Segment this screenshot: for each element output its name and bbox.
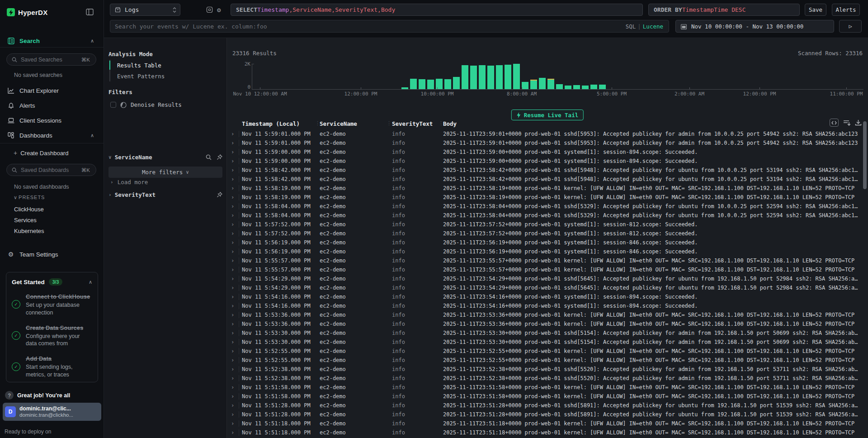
saved-searches-input[interactable]: Saved Searches ⌘K	[6, 53, 96, 66]
histogram-bar[interactable]	[556, 84, 563, 89]
column-header-body[interactable]: Body	[443, 120, 457, 127]
sidebar-item-client-sessions[interactable]: Client Sessions	[0, 114, 104, 127]
table-row[interactable]: ›Nov 11 5:51:28.000 PMec2-demoinfo2025-1…	[227, 410, 868, 419]
table-row[interactable]: ›Nov 11 5:51:58.000 PMec2-demoinfo2025-1…	[227, 383, 868, 392]
expand-row-icon[interactable]: ›	[231, 194, 234, 200]
get-started-step[interactable]: ✓ Connect to ClickHouseSet up your datab…	[12, 292, 92, 317]
expand-row-icon[interactable]: ›	[231, 131, 234, 137]
expand-row-icon[interactable]: ›	[231, 267, 234, 273]
expand-row-icon[interactable]: ›	[231, 339, 234, 345]
histogram-bar[interactable]	[419, 79, 425, 89]
preset-item-kubernetes[interactable]: Kubernetes	[14, 228, 44, 234]
histogram-bar[interactable]	[479, 65, 486, 89]
table-row[interactable]: ›Nov 11 5:52:55.000 PMec2-demoinfo2025-1…	[227, 356, 868, 365]
table-row[interactable]: ›Nov 11 5:57:52.000 PMec2-demoinfo2025-1…	[227, 229, 868, 238]
expand-row-icon[interactable]: ›	[231, 312, 234, 318]
expand-row-icon[interactable]: ›	[231, 402, 234, 409]
expand-row-icon[interactable]: ›	[231, 393, 234, 400]
table-row[interactable]: ›Nov 11 5:54:16.000 PMec2-demoinfo2025-1…	[227, 292, 868, 301]
create-dashboard-button[interactable]: + Create Dashboard	[0, 147, 104, 159]
presets-section-header[interactable]: ∨ PRESETS	[14, 195, 45, 200]
histogram-bar[interactable]	[427, 80, 434, 89]
histogram-bar[interactable]	[505, 65, 511, 89]
expand-row-icon[interactable]: ›	[231, 348, 234, 354]
table-row[interactable]: ›Nov 11 5:53:30.000 PMec2-demoinfo2025-1…	[227, 338, 868, 347]
histogram-bar[interactable]	[444, 79, 451, 89]
table-row[interactable]: ›Nov 11 5:51:18.000 PMec2-demoinfo2025-1…	[227, 428, 868, 437]
expand-row-icon[interactable]: ›	[231, 294, 234, 300]
table-row[interactable]: ›Nov 11 5:57:52.000 PMec2-demoinfo2025-1…	[227, 220, 868, 229]
table-row[interactable]: ›Nov 11 5:59:01.000 PMec2-demoinfo2025-1…	[227, 138, 868, 148]
column-resizer[interactable]: ⋮	[387, 120, 392, 126]
histogram-bar[interactable]	[513, 64, 520, 89]
histogram-bar[interactable]	[539, 78, 546, 89]
table-row[interactable]: ›Nov 11 5:59:01.000 PMec2-demoinfo2025-1…	[227, 129, 868, 138]
table-row[interactable]: ›Nov 11 5:55:57.000 PMec2-demoinfo2025-1…	[227, 265, 868, 274]
expand-row-icon[interactable]: ›	[231, 257, 234, 264]
table-row[interactable]: ›Nov 11 5:54:16.000 PMec2-demoinfo2025-1…	[227, 301, 868, 310]
table-row[interactable]: ›Nov 11 5:52:55.000 PMec2-demoinfo2025-1…	[227, 347, 868, 356]
table-row[interactable]: ›Nov 11 5:51:58.000 PMec2-demoinfo2025-1…	[227, 392, 868, 401]
more-filters-button[interactable]: More filters ∨	[108, 167, 222, 178]
expand-row-icon[interactable]: ›	[231, 321, 234, 327]
mode-event-patterns[interactable]: Event Patterns	[110, 71, 165, 81]
preset-item-clickhouse[interactable]: ClickHouse	[14, 206, 44, 213]
sidebar-item-team-settings[interactable]: ⚙ Team Settings	[0, 248, 104, 261]
denoise-results-filter[interactable]: Denoise Results	[110, 101, 182, 108]
table-row[interactable]: ›Nov 11 5:54:29.000 PMec2-demoinfo2025-1…	[227, 283, 868, 292]
expand-row-icon[interactable]: ›	[231, 411, 234, 418]
user-menu[interactable]: D dominic.tran@clic... dominic.tran@clic…	[3, 403, 101, 421]
sidebar-item-chart-explorer[interactable]: Chart Explorer	[0, 84, 104, 97]
histogram-bar[interactable]	[547, 79, 554, 89]
alerts-button[interactable]: Alerts	[832, 4, 860, 16]
histogram-bar[interactable]	[401, 87, 408, 89]
help-button[interactable]: ?	[5, 391, 14, 400]
expand-row-icon[interactable]: ›	[231, 176, 234, 182]
table-row[interactable]: ›Nov 11 5:58:42.000 PMec2-demoinfo2025-1…	[227, 175, 868, 184]
sidebar-item-alerts[interactable]: Alerts	[0, 99, 104, 112]
expand-row-icon[interactable]: ›	[231, 420, 234, 427]
expand-row-icon[interactable]: ›	[231, 239, 234, 246]
edit-source-button[interactable]	[206, 6, 213, 13]
histogram-bar[interactable]	[487, 66, 494, 89]
table-row[interactable]: ›Nov 11 5:58:19.000 PMec2-demoinfo2025-1…	[227, 193, 868, 202]
table-row[interactable]: ›Nov 11 5:51:28.000 PMec2-demoinfo2025-1…	[227, 401, 868, 410]
table-row[interactable]: ›Nov 11 5:52:38.000 PMec2-demoinfo2025-1…	[227, 365, 868, 374]
language-toggle[interactable]: SQL|Lucene	[626, 23, 663, 30]
table-row[interactable]: ›Nov 11 5:54:29.000 PMec2-demoinfo2025-1…	[227, 274, 868, 283]
mode-results-table[interactable]: Results Table	[110, 60, 165, 71]
table-row[interactable]: ›Nov 11 5:59:00.000 PMec2-demoinfo2025-1…	[227, 157, 868, 166]
table-row[interactable]: ›Nov 11 5:58:04.000 PMec2-demoinfo2025-1…	[227, 211, 868, 220]
expand-row-icon[interactable]: ›	[231, 221, 234, 228]
table-row[interactable]: ›Nov 11 5:51:18.000 PMec2-demoinfo2025-1…	[227, 419, 868, 428]
search-icon[interactable]	[206, 154, 212, 160]
expand-row-icon[interactable]: ›	[231, 357, 234, 363]
expand-row-icon[interactable]: ›	[231, 140, 234, 146]
table-row[interactable]: ›Nov 11 5:58:19.000 PMec2-demoinfo2025-1…	[227, 184, 868, 193]
sidebar-item-search[interactable]: Search ∧	[0, 34, 104, 47]
histogram-bar[interactable]	[522, 82, 528, 89]
histogram-bar[interactable]	[462, 65, 468, 89]
table-row[interactable]: ›Nov 11 5:55:57.000 PMec2-demoinfo2025-1…	[227, 256, 868, 265]
filter-group-severitytext[interactable]: › SeverityText	[108, 191, 222, 198]
time-range-picker[interactable]: Nov 10 00:00:00 - Nov 13 00:00:00	[675, 20, 834, 33]
search-input[interactable]	[115, 23, 626, 30]
order-by-input[interactable]: ORDER BY TimestampTime DESC	[648, 4, 800, 16]
collapse-sidebar-icon[interactable]	[86, 9, 94, 15]
histogram-bar[interactable]	[590, 85, 597, 89]
table-row[interactable]: ›Nov 11 5:52:38.000 PMec2-demoinfo2025-1…	[227, 374, 868, 383]
get-started-step[interactable]: ✓ Create Data SourcesConfigure where you…	[12, 324, 92, 348]
table-row[interactable]: ›Nov 11 5:56:19.000 PMec2-demoinfo2025-1…	[227, 238, 868, 247]
histogram-bar[interactable]	[496, 65, 503, 89]
select-columns-input[interactable]: SELECT Timestamp,ServiceName,SeverityTex…	[231, 4, 643, 16]
view-source-icon[interactable]	[830, 119, 839, 127]
expand-row-icon[interactable]: ›	[231, 429, 234, 436]
chevron-up-icon[interactable]: ∧	[89, 279, 92, 285]
histogram-bar[interactable]	[470, 66, 477, 89]
preset-item-services[interactable]: Services	[14, 217, 37, 224]
run-query-button[interactable]: ▷	[839, 20, 862, 33]
get-started-step[interactable]: ✓ Add DataStart sending logs, metrics, o…	[12, 354, 92, 379]
column-header-timestamp[interactable]: Timestamp (Local)	[242, 120, 300, 127]
column-header-severitytext[interactable]: SeverityText	[392, 120, 433, 127]
pin-icon[interactable]	[217, 192, 222, 198]
